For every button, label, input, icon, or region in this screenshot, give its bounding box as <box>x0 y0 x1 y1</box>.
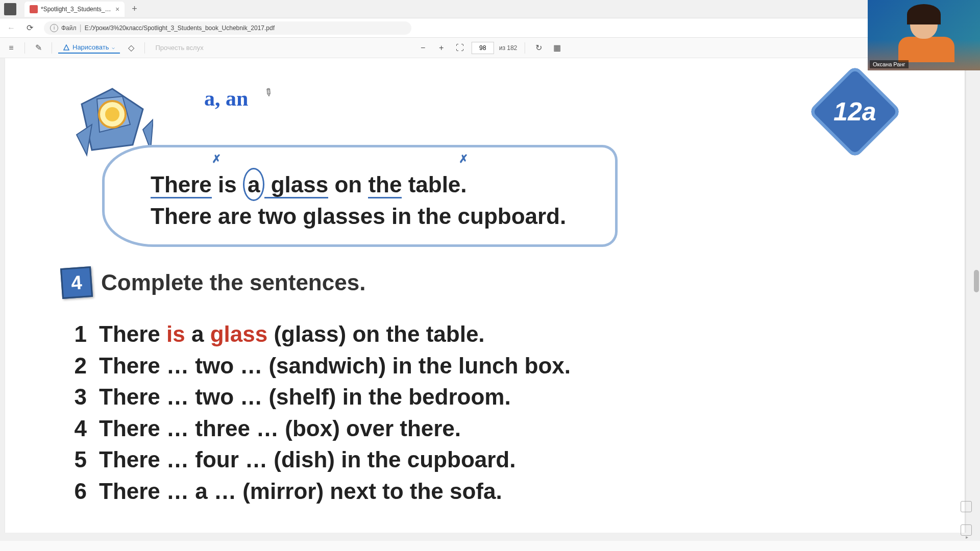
browser-tab[interactable]: *Spotlight_3_Students_book_Uc × <box>24 2 125 17</box>
floating-tools <box>961 501 972 536</box>
tab-title: *Spotlight_3_Students_book_Uc <box>41 6 112 13</box>
app-icon <box>4 3 16 15</box>
grammar-rule-box: ✗ ✗ There is a glass on the table. There… <box>102 145 618 247</box>
fit-page-button[interactable]: ⛶ <box>453 41 467 55</box>
task-item-6: 6There … a … (mirror) next to the sofa. <box>71 475 571 507</box>
file-path: E:/Уроки/3%20класс/Spotlight_3_Students_… <box>85 24 275 32</box>
task-item-1: 1 There is a glass (glass) on the table. <box>71 318 571 350</box>
webcam-overlay: Оксана Ранг <box>868 0 980 70</box>
webcam-person <box>898 8 949 64</box>
close-tab-button[interactable]: × <box>115 5 119 13</box>
annotation-mark: ✗ <box>212 153 221 166</box>
contents-icon[interactable]: ≡ <box>4 41 18 55</box>
rule-line-1: There is a glass on the table. <box>151 168 595 201</box>
separator <box>524 42 525 54</box>
task-item-2: 2There … two … (sandwich) in the lunch b… <box>71 350 571 382</box>
pdf-viewport[interactable]: a, an ✎ 12a ✗ ✗ There is a glass on the … <box>0 58 980 541</box>
svg-marker-0 <box>64 45 69 50</box>
task-title: Complete the sentences. <box>101 270 365 295</box>
task-4: 4 Complete the sentences. 1 There is a g… <box>61 267 571 507</box>
bottom-bar <box>0 541 980 551</box>
annotation-mark: ✗ <box>459 153 468 166</box>
task-number: 4 <box>60 266 93 299</box>
zoom-out-button[interactable]: − <box>416 41 430 55</box>
pdf-page: a, an ✎ 12a ✗ ✗ There is a glass on the … <box>5 58 965 541</box>
horizontal-scrollbar[interactable]: ▸ <box>0 533 972 541</box>
unit-badge-text: 12a <box>834 97 876 127</box>
handwritten-annotation: a, an <box>204 86 248 111</box>
separator <box>52 42 52 54</box>
address-field[interactable]: i Файл | E:/Уроки/3%20класс/Spotlight_3_… <box>44 21 411 35</box>
separator <box>24 42 25 54</box>
separator: | <box>80 23 82 33</box>
svg-marker-5 <box>77 124 92 155</box>
zoom-in-button[interactable]: + <box>435 41 448 55</box>
pencil-cursor-icon: ✎ <box>261 85 276 99</box>
reload-button[interactable]: ⟳ <box>22 21 37 35</box>
scroll-thumb[interactable] <box>974 270 979 292</box>
svg-point-4 <box>105 107 119 121</box>
highlight-icon[interactable]: ✎ <box>31 41 45 55</box>
pdf-icon <box>30 5 38 13</box>
page-number-input[interactable] <box>472 42 494 54</box>
draw-label: Нарисовать <box>72 43 109 51</box>
separator <box>144 42 145 54</box>
title-bar: *Spotlight_3_Students_book_Uc × + <box>0 0 980 18</box>
task-item-5: 5There … four … (dish) in the cupboard. <box>71 444 571 475</box>
chevron-down-icon: ⌵ <box>112 44 115 50</box>
new-tab-button[interactable]: + <box>129 4 140 14</box>
floating-tool-2[interactable] <box>961 524 972 536</box>
draw-button[interactable]: Нарисовать ⌵ <box>58 42 120 54</box>
unit-badge: 12a <box>822 79 888 145</box>
back-button[interactable]: ← <box>4 21 18 35</box>
rotate-button[interactable]: ↻ <box>532 41 545 55</box>
address-bar: ← ⟳ i Файл | E:/Уроки/3%20класс/Spotligh… <box>0 18 980 38</box>
webcam-name: Оксана Ранг <box>870 60 909 68</box>
vertical-scrollbar[interactable] <box>972 58 980 541</box>
rule-line-2: There are two glasses in the cupboard. <box>151 201 595 231</box>
file-scheme-label: Файл <box>61 24 77 32</box>
read-aloud-button[interactable]: Прочесть вслух <box>155 44 203 52</box>
page-total: из 182 <box>499 44 518 52</box>
task-item-3: 3There … two … (shelf) in the bedroom. <box>71 381 571 413</box>
task-item-4: 4There … three … (box) over there. <box>71 413 571 444</box>
erase-icon[interactable]: ◇ <box>124 41 138 55</box>
page-view-button[interactable]: ▦ <box>550 41 564 55</box>
page-controls: − + ⛶ из 182 ↻ ▦ <box>416 41 564 55</box>
info-icon[interactable]: i <box>50 24 58 32</box>
floating-tool-1[interactable] <box>961 501 972 512</box>
pdf-toolbar: ≡ ✎ Нарисовать ⌵ ◇ Прочесть вслух − + ⛶ … <box>0 38 980 58</box>
